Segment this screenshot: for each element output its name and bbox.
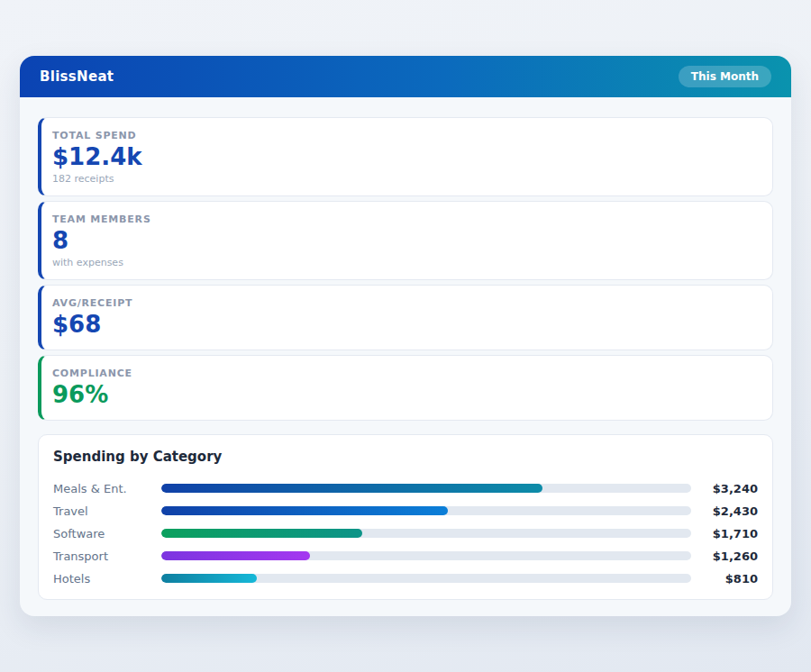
stat-value: $12.4k — [52, 144, 758, 171]
category-bar-cell — [161, 574, 700, 583]
category-label: Software — [53, 527, 161, 540]
category-label: Hotels — [53, 572, 161, 586]
app-header: BlissNeat This Month — [20, 56, 791, 97]
category-label: Travel — [53, 504, 161, 518]
stat-value: 8 — [52, 228, 758, 255]
category-bar-track — [161, 484, 691, 493]
category-bar-cell — [161, 529, 700, 538]
stat-card: COMPLIANCE96% — [38, 355, 773, 421]
category-value: $3,240 — [700, 482, 758, 495]
stat-card: AVG/RECEIPT$68 — [38, 285, 773, 350]
category-label: Transport — [53, 549, 161, 563]
stat-subtext: 182 receipts — [52, 173, 758, 185]
stat-value: $68 — [52, 312, 758, 339]
category-row: Software$1,710 — [53, 522, 758, 545]
panel-body: TOTAL SPEND$12.4k182 receiptsTEAM MEMBER… — [20, 97, 791, 620]
spending-section-title: Spending by Category — [53, 449, 758, 465]
period-badge[interactable]: This Month — [679, 66, 771, 87]
category-label: Meals & Ent. — [53, 482, 161, 495]
category-bar-cell — [161, 506, 700, 515]
stat-label: COMPLIANCE — [52, 368, 758, 379]
category-value: $810 — [700, 572, 758, 586]
stat-card: TOTAL SPEND$12.4k182 receipts — [38, 117, 773, 196]
stat-subtext: with expenses — [52, 257, 758, 268]
category-value: $1,710 — [700, 527, 758, 540]
category-row: Meals & Ent.$3,240 — [53, 477, 758, 500]
category-bar-track — [161, 574, 691, 583]
category-bar-fill — [161, 484, 542, 493]
category-bar-fill — [161, 574, 257, 583]
category-bar-track — [161, 506, 691, 515]
category-value: $2,430 — [700, 504, 758, 518]
category-row: Transport$1,260 — [53, 545, 758, 568]
category-bar-fill — [161, 551, 310, 560]
stat-card: TEAM MEMBERS8with expenses — [38, 201, 773, 280]
stat-value: 96% — [52, 382, 758, 409]
dashboard-panel: BlissNeat This Month TOTAL SPEND$12.4k18… — [20, 56, 791, 616]
category-row: Travel$2,430 — [53, 500, 758, 522]
stats-list: TOTAL SPEND$12.4k182 receiptsTEAM MEMBER… — [38, 117, 773, 421]
spending-card: Spending by Category Meals & Ent.$3,240T… — [38, 434, 773, 600]
stat-label: AVG/RECEIPT — [52, 297, 758, 309]
category-bar-track — [161, 551, 691, 560]
category-row: Hotels$810 — [53, 568, 758, 590]
category-rows: Meals & Ent.$3,240Travel$2,430Software$1… — [53, 477, 758, 590]
category-bar-fill — [161, 506, 448, 515]
category-bar-cell — [161, 484, 700, 493]
category-bar-fill — [161, 529, 362, 538]
stat-label: TEAM MEMBERS — [52, 213, 758, 225]
category-bar-cell — [161, 551, 700, 560]
stat-label: TOTAL SPEND — [52, 130, 758, 141]
category-value: $1,260 — [700, 549, 758, 563]
category-bar-track — [161, 529, 691, 538]
app-title: BlissNeat — [40, 68, 114, 85]
